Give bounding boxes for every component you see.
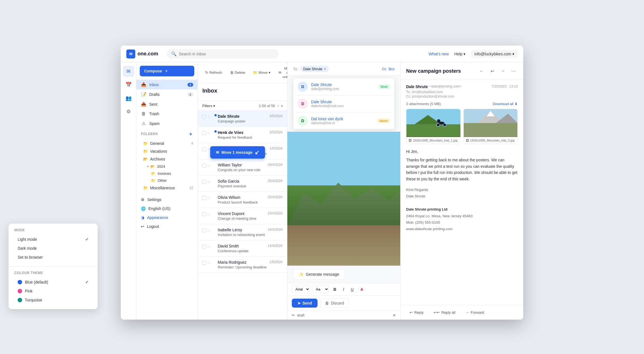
- delete-button[interactable]: 🗑 Delete: [227, 69, 248, 76]
- help-button[interactable]: Help ▾: [454, 52, 466, 56]
- email-item-5[interactable]: ☆ Olivia Wilson Product launch feedback …: [198, 192, 287, 208]
- move-message-tooltip[interactable]: Move 1 message ↙: [210, 146, 265, 159]
- sidebar-icon-mail[interactable]: ✉: [123, 66, 134, 77]
- reply-all-button[interactable]: ↩↩ Reply all: [430, 309, 459, 316]
- nav-item-sent[interactable]: 📤 Sent: [136, 99, 198, 109]
- email-checkbox-5[interactable]: [202, 196, 206, 200]
- email-signature: Kind Regards Dale Shrute Dale Shrute pri…: [406, 187, 518, 232]
- reply-button[interactable]: ↩ Reply: [406, 309, 427, 316]
- company-mob: Mob: (205) 555-0100: [406, 219, 518, 226]
- email-checkbox-2[interactable]: [202, 147, 206, 151]
- pink-color-option[interactable]: Pink: [14, 287, 92, 296]
- color-button[interactable]: A: [358, 286, 365, 293]
- light-mode-option[interactable]: Light mode ✓: [14, 235, 92, 244]
- nav-item-trash[interactable]: 🗑 Trash: [136, 109, 198, 119]
- bold-button[interactable]: B: [331, 286, 338, 293]
- email-checkbox-4[interactable]: [202, 180, 206, 184]
- folder-item-miscellaneous[interactable]: 📁 Miscellaneous 12: [136, 184, 198, 192]
- font-family-select[interactable]: Arial: [292, 285, 310, 293]
- underline-button[interactable]: U: [349, 286, 356, 293]
- star-icon-1[interactable]: ☆: [207, 131, 211, 135]
- folder-item-general[interactable]: 📁 General 4: [136, 140, 198, 147]
- language-nav-item[interactable]: 🌐 English (US): [136, 204, 198, 213]
- email-item-6[interactable]: ☆ Vincent Dupont Change of meeting time …: [198, 208, 287, 224]
- ac-email-0: dale@printing.com: [311, 87, 378, 91]
- nav-item-spam[interactable]: ⚠ Spam: [136, 119, 198, 128]
- search-bar[interactable]: 🔍: [167, 49, 278, 59]
- subsubfolder-item-other[interactable]: 📁 Other: [136, 177, 198, 184]
- italic-button[interactable]: I: [341, 286, 346, 293]
- email-checkbox-9[interactable]: [202, 261, 206, 265]
- send-button[interactable]: ➤ Send: [292, 299, 318, 308]
- star-icon-5[interactable]: ☆: [207, 196, 211, 200]
- sidebar-icon-calendar[interactable]: 📅: [123, 79, 134, 90]
- email-item-0[interactable]: ☆ Dale Shrute Campaign poster 3/5/2024 ⋯: [198, 111, 287, 127]
- dark-mode-option[interactable]: Dark mode: [14, 244, 92, 253]
- email-account-button[interactable]: info@luckybikes.com ▾: [471, 50, 518, 58]
- sidebar-icon-contacts[interactable]: 👥: [123, 93, 134, 104]
- folder-item-archives[interactable]: 📂 Archives: [136, 155, 198, 163]
- email-checkbox-1[interactable]: [202, 131, 206, 135]
- attachment-thumb-1[interactable]: 🖼 1920x1080_Mountain_trial_1.jpg: [406, 109, 461, 144]
- email-content-5: Olivia Wilson Product launch feedback: [218, 195, 266, 204]
- nav-item-inbox[interactable]: 📥 Inbox 2: [136, 80, 198, 89]
- email-checkbox-8[interactable]: [202, 245, 206, 249]
- discard-button[interactable]: 🗑 Discard: [320, 298, 349, 308]
- reply-arrow-button[interactable]: ↩: [488, 67, 496, 75]
- email-checkbox-3[interactable]: [202, 164, 206, 167]
- nav-item-drafts[interactable]: 📝 Drafts 1: [136, 89, 198, 99]
- star-icon-9[interactable]: ☆: [207, 261, 211, 265]
- email-checkbox-6[interactable]: [202, 212, 206, 216]
- search-input[interactable]: [179, 52, 274, 56]
- star-icon-4[interactable]: ☆: [207, 180, 211, 184]
- sparkle-icon: ✨: [299, 272, 304, 277]
- blue-color-option[interactable]: Blue (default) ✓: [14, 278, 92, 287]
- email-checkbox-7[interactable]: [202, 228, 206, 232]
- autocomplete-item-0[interactable]: D Dale Shrute dale@printing.com Work: [293, 78, 394, 95]
- email-item-1[interactable]: ☆ Henk de Vries Request for feedback 3/5…: [198, 127, 287, 143]
- forward-arrow-button[interactable]: →: [499, 67, 507, 75]
- appearance-nav-item[interactable]: ◑ Appearance: [136, 213, 198, 222]
- logout-nav-item[interactable]: ↩ Logout: [136, 222, 198, 231]
- generate-message-button[interactable]: ✨ Generate message: [293, 269, 345, 280]
- star-icon-3[interactable]: ☆: [207, 163, 211, 168]
- whats-new-link[interactable]: What's new: [429, 52, 449, 56]
- filters-button[interactable]: Filters ▾: [202, 104, 215, 108]
- back-arrow-button[interactable]: ←: [477, 67, 486, 75]
- email-item-3[interactable]: ☆ William Taylor Congrats on your new ro…: [198, 159, 287, 176]
- star-icon-6[interactable]: ☆: [207, 212, 211, 216]
- close-draft-button[interactable]: ✕: [393, 313, 396, 317]
- autocomplete-item-1[interactable]: D Dale Shrute daleshrute@mail.com: [293, 95, 394, 112]
- browser-mode-option[interactable]: Set to browser: [14, 253, 92, 262]
- more-options-button[interactable]: ⋯: [509, 67, 518, 75]
- email-checkbox-0[interactable]: [202, 115, 206, 119]
- settings-nav-item[interactable]: ⚙ Settings: [136, 195, 198, 204]
- remove-recipient-button[interactable]: ×: [324, 67, 326, 71]
- star-icon-0[interactable]: ☆: [207, 115, 211, 119]
- light-mode-check: ✓: [85, 237, 89, 242]
- bcc-button[interactable]: Bcc: [389, 67, 395, 71]
- move-button[interactable]: 📁 Move ▾: [250, 69, 273, 76]
- folder-item-vacations[interactable]: 📁 Vacations: [136, 147, 198, 155]
- sidebar-icon-settings[interactable]: ⚙: [123, 106, 134, 117]
- star-icon-8[interactable]: ☆: [207, 244, 211, 249]
- prev-page-button[interactable]: ‹: [277, 103, 279, 108]
- forward-button[interactable]: → Forward: [462, 309, 487, 316]
- subfolder-item-2024[interactable]: ▼ 📂 2024: [136, 163, 198, 170]
- email-item-4[interactable]: ☆ Sofia Garcia Payment overdue 26/4/2024…: [198, 176, 287, 192]
- subsubfolder-item-invoices[interactable]: 📁 Invoices: [136, 170, 198, 177]
- autocomplete-item-2[interactable]: D Dal lores van dyck dallores@live.nl Ho…: [293, 112, 394, 129]
- font-size-select[interactable]: Aa: [312, 285, 329, 293]
- email-item-7[interactable]: ☆ Isabelle Leroy Invitation to networkin…: [198, 224, 287, 240]
- compose-button[interactable]: Compose ＋: [140, 66, 194, 76]
- email-item-8[interactable]: ☆ David Smith Conference update 14/4/202…: [198, 240, 287, 257]
- add-folder-button[interactable]: ＋: [188, 131, 193, 137]
- cc-button[interactable]: Cc: [382, 67, 386, 71]
- star-icon-7[interactable]: ☆: [207, 228, 211, 233]
- refresh-button[interactable]: ↻ Refresh: [202, 69, 225, 76]
- next-page-button[interactable]: ›: [281, 103, 283, 108]
- turquoise-color-option[interactable]: Turquoise: [14, 296, 92, 305]
- download-all-button[interactable]: Download all ⬇: [493, 102, 518, 106]
- attachment-thumb-2[interactable]: 🖼 1920x1080_Mountain_trial_2.jpg: [463, 109, 518, 144]
- email-item-9[interactable]: ☆ Maria Rodriguez Reminder: Upcoming dea…: [198, 257, 287, 273]
